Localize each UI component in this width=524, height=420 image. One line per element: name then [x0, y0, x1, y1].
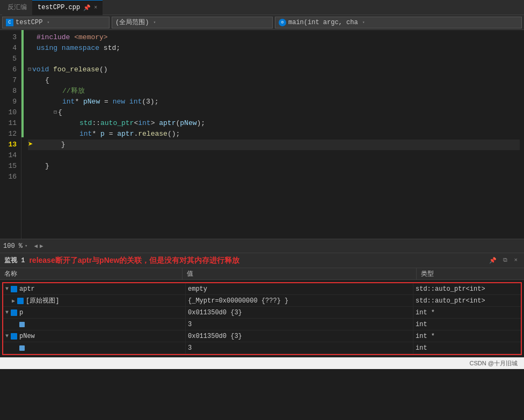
col-header-value: 值	[183, 268, 417, 279]
watch-panel-title: 监视 1	[4, 256, 25, 265]
watch-close-btn[interactable]: ×	[512, 257, 520, 264]
project-label: testCPP	[16, 19, 42, 26]
code-line-10: ⊟ {	[28, 107, 520, 118]
watch-cell-aptr-name: ▼ aptr	[3, 283, 186, 294]
watch-announcement: release断开了aptr与pNew的关联，但是没有对其内存进行释放	[29, 256, 483, 266]
p-icon	[11, 310, 17, 316]
toolbar: C testCPP ▾ (全局范围) ▾ ⊙ main(int argc, ch…	[0, 15, 524, 30]
close-icon[interactable]: ×	[94, 5, 97, 11]
pnewchild-value-text: 3	[188, 344, 192, 352]
footer-text: CSDN @十月旧城	[470, 359, 518, 367]
watch-cell-pnew-type: int *	[413, 330, 521, 342]
watch-float-btn[interactable]: ⧉	[501, 257, 510, 264]
scroll-left-btn[interactable]: ◀	[34, 242, 38, 249]
watch-row-aptr: ▼ aptr empty std::auto_ptr<int>	[3, 283, 521, 295]
tab-disassembly-label: 反汇编	[8, 3, 27, 12]
col-header-type: 类型	[417, 268, 524, 279]
pnew-value-text: 0x011350d0 {3}	[188, 333, 242, 340]
code-line-15: }	[28, 161, 520, 172]
watch-row-p-child: 3 int	[3, 319, 521, 330]
watch-cell-rawview-value: {_Myptr=0x00000000 {???} }	[186, 295, 413, 306]
code-line-3: #include <memory>	[28, 32, 520, 43]
watch-cell-rawview-name: ▶ [原始视图]	[3, 295, 186, 306]
scroll-right-btn[interactable]: ▶	[40, 242, 43, 249]
rawview-value-text: {_Myptr=0x00000000 {???} }	[188, 297, 288, 305]
zoom-row: 100 % ▾ ◀ ▶	[0, 239, 524, 253]
watch-cell-rawview-type: std::auto_ptr<int>	[413, 295, 521, 306]
aptr-icon	[11, 286, 17, 292]
tab-cpp-label: testCPP.cpp	[38, 4, 80, 11]
code-line-16	[28, 172, 520, 182]
editor-area: 3 4 5 6 7 8 9 10 11 12 13 14 15 16 #incl…	[0, 30, 524, 239]
code-line-13: ➤ }	[28, 139, 520, 150]
watch-cell-p-name: ▼ p	[3, 307, 186, 318]
pnewchild-icon	[19, 345, 25, 351]
watch-header: 监视 1 release断开了aptr与pNew的关联，但是没有对其内存进行释放…	[0, 253, 524, 268]
function-icon: ⊙	[279, 19, 286, 26]
scope-dropdown[interactable]: (全局范围) ▾	[112, 17, 273, 28]
function-dropdown-arrow: ▾	[362, 20, 365, 25]
watch-cell-pchild-value: 3	[186, 319, 413, 330]
aptr-name-text: aptr	[19, 285, 35, 293]
pin-icon[interactable]: 📌	[83, 4, 91, 11]
footer: CSDN @十月旧城	[0, 357, 524, 369]
rawview-icon	[17, 298, 24, 304]
rawview-name-text: [原始视图]	[26, 296, 59, 305]
expand-p-btn[interactable]: ▼	[5, 310, 9, 315]
code-line-12: int * p = aptr . release ();	[28, 129, 520, 139]
watch-cell-p-type: int *	[413, 307, 521, 318]
code-line-4: using namespace std;	[28, 43, 520, 54]
project-icon: C	[6, 19, 13, 26]
execution-arrow: ➤	[28, 139, 33, 150]
collapse-btn-6[interactable]: ⊟	[28, 64, 31, 75]
watch-row-p: ▼ p 0x011350d0 {3} int *	[3, 307, 521, 319]
function-indicator[interactable]: ⊙ main(int argc, cha ▾	[275, 17, 522, 28]
tab-disassembly[interactable]: 反汇编	[2, 0, 32, 15]
pnew-type-text: int *	[416, 333, 435, 340]
zoom-value: 100 %	[3, 242, 23, 250]
pnew-name-text: pNew	[19, 333, 35, 340]
code-line-14	[28, 150, 520, 161]
watch-row-pnew-child: 3 int	[3, 342, 521, 354]
p-name-text: p	[19, 309, 23, 316]
watch-panel: 监视 1 release断开了aptr与pNew的关联，但是没有对其内存进行释放…	[0, 253, 524, 357]
watch-col-headers: 名称 值 类型	[0, 268, 524, 280]
zoom-dropdown-arrow[interactable]: ▾	[25, 243, 27, 249]
pchild-type-text: int	[416, 321, 427, 328]
p-value-text: 0x011350d0 {3}	[188, 309, 242, 316]
scope-label: (全局范围)	[115, 18, 149, 27]
tab-bar: 反汇编 testCPP.cpp 📌 ×	[0, 0, 524, 15]
pnew-icon	[11, 333, 17, 340]
expand-aptr-btn[interactable]: ▼	[5, 286, 9, 292]
watch-pin-btn[interactable]: 📌	[487, 257, 499, 264]
pchild-icon	[19, 322, 25, 327]
watch-controls: 📌 ⧉ ×	[487, 257, 520, 264]
watch-cell-p-value: 0x011350d0 {3}	[186, 307, 413, 318]
watch-cell-aptr-value: empty	[186, 283, 413, 294]
code-line-5	[28, 54, 520, 64]
rawview-type-text: std::auto_ptr<int>	[416, 297, 485, 305]
pchild-value-text: 3	[188, 321, 192, 328]
code-line-9: int * pNew = new int (3);	[28, 97, 520, 107]
project-dropdown-arrow: ▾	[47, 20, 49, 25]
tab-cpp[interactable]: testCPP.cpp 📌 ×	[32, 0, 103, 15]
watch-data-area: ▼ aptr empty std::auto_ptr<int> ▶ [原始视图]…	[2, 282, 522, 355]
watch-cell-aptr-type: std::auto_ptr<int>	[413, 283, 521, 294]
watch-cell-pnewchild-value: 3	[186, 342, 413, 353]
collapse-btn-10[interactable]: ⊟	[54, 107, 57, 118]
watch-cell-pchild-type: int	[413, 319, 521, 330]
watch-cell-pnew-name: ▼ pNew	[3, 330, 186, 342]
watch-cell-pnew-value: 0x011350d0 {3}	[186, 330, 413, 342]
code-content[interactable]: #include <memory> using namespace std; ⊟…	[24, 30, 524, 239]
col-header-name: 名称	[0, 268, 183, 279]
p-type-text: int *	[416, 309, 435, 316]
expand-rawview-btn[interactable]: ▶	[12, 298, 15, 304]
aptr-type-text: std::auto_ptr<int>	[416, 285, 485, 293]
project-dropdown[interactable]: C testCPP ▾	[2, 17, 110, 28]
line-numbers: 3 4 5 6 7 8 9 10 11 12 13 14 15 16	[0, 30, 21, 239]
watch-row-raw-view: ▶ [原始视图] {_Myptr=0x00000000 {???} } std:…	[3, 295, 521, 307]
watch-row-pnew: ▼ pNew 0x011350d0 {3} int *	[3, 330, 521, 342]
expand-pnew-btn[interactable]: ▼	[5, 333, 9, 339]
watch-cell-pchild-name	[3, 319, 186, 330]
scope-dropdown-arrow: ▾	[153, 20, 156, 25]
